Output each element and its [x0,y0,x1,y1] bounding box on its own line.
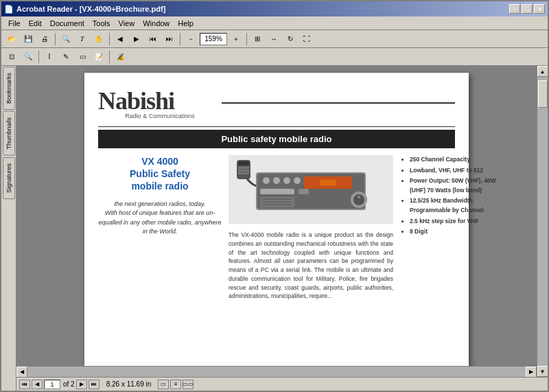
left-column: VX 4000 Public Safety mobile radio the n… [98,155,222,301]
print-button[interactable]: 🖨 [37,32,52,46]
spec-item-1: 250 Channel Capacity [410,155,496,165]
highlight-button[interactable]: ▭ [75,50,90,64]
status-bar: ⏮ ◀ of 2 ▶ ⏭ 8.26 x 11.69 in ▭ ≡ ▭▭ [16,377,548,391]
note-button[interactable]: 📝 [91,50,106,64]
separator-5 [38,51,39,63]
scroll-up-button[interactable]: ▲ [537,66,548,77]
svg-rect-5 [238,161,249,165]
open-button[interactable]: 📂 [4,32,19,46]
logo-area: Nabishi Radio & Communications [98,87,222,119]
horizontal-scrollbar: ◀ ▶ [16,366,537,377]
svg-rect-6 [238,167,249,169]
center-column: 8888 [229,155,393,301]
first-page-button[interactable]: ⏮ [145,32,161,46]
spec-item-3: Power Output: 50W (VHF), 40W (UHF) 70 Wa… [410,176,496,195]
facing-button[interactable]: ▭▭ [183,380,194,389]
scroll-left-button[interactable]: ◀ [16,367,27,378]
stamp-button[interactable]: 🔏 [113,50,128,64]
spec-item-5: 2.5 kHz step size for VHF [410,217,496,227]
hand-button[interactable]: ✋ [91,32,106,46]
signatures-tab[interactable]: Signatures [3,157,15,199]
spec-item-2: Lowband, VHF, UHF to 512 [410,166,496,176]
product-description: the next generation radios, today. With … [98,200,222,237]
product-body-text: The VX-4000 mobile radio is a unique pro… [229,231,393,301]
menu-file[interactable]: File [4,18,25,29]
page-total: of 2 [63,380,75,388]
find-button[interactable]: 🔍 [58,32,73,46]
last-page-nav-button[interactable]: ⏭ [89,380,100,389]
pdf-viewer: Nabishi Radio & Communications Public sa… [16,66,537,377]
specs-list: 250 Channel Capacity Lowband, VHF, UHF t… [400,155,496,237]
svg-point-17 [358,196,360,198]
spec-item-6: 8 Digit [410,227,496,237]
minimize-button[interactable]: ─ [509,4,520,14]
svg-point-9 [263,177,270,184]
svg-rect-14 [299,189,309,194]
text-select-button[interactable]: I [42,50,57,64]
svg-rect-13 [260,189,294,194]
scroll-down-button[interactable]: ▼ [537,366,548,377]
svg-point-11 [283,177,290,184]
h-scroll-track[interactable] [27,367,526,378]
svg-point-12 [294,177,301,184]
menu-window[interactable]: Window [139,18,174,29]
rotate-button[interactable]: ↻ [283,32,298,46]
menu-document[interactable]: Document [46,18,89,29]
menu-bar: File Edit Document Tools View Window Hel… [1,16,548,30]
header-divider [222,102,455,104]
continuous-button[interactable]: ≡ [170,380,181,389]
zoom-input[interactable] [200,33,227,45]
pdf-page: Nabishi Radio & Communications Public sa… [84,73,469,366]
svg-text:8888: 8888 [320,179,336,187]
toolbar-1: 📂 💾 🖨 🔍 𝑇 ✋ ◀ ▶ ⏮ ⏭ － ＋ ⊞ ↔ ↻ ⛶ [1,30,548,48]
maximize-button[interactable]: □ [522,4,533,14]
fit-page-button[interactable]: ⊞ [250,32,265,46]
fit-width-button[interactable]: ↔ [266,32,281,46]
svg-rect-7 [238,170,249,172]
thumbnails-tab[interactable]: Thumbnails [3,111,15,156]
separator-4 [246,33,247,45]
page-number-input[interactable] [44,380,60,389]
menu-help[interactable]: Help [174,18,198,29]
toolbar-2: ⊡ 🔍 I ✎ ▭ 📝 🔏 [1,48,548,66]
single-page-button[interactable]: ▭ [158,380,169,389]
next-page-button[interactable]: ▶ [129,32,144,46]
save-button[interactable]: 💾 [21,32,36,46]
zoom-select-button[interactable]: 🔍 [21,50,36,64]
menu-tools[interactable]: Tools [89,18,115,29]
title-bar: 📄 Acrobat Reader - [VX-4000+Brochure.pdf… [1,1,548,16]
pdf-scroll-area: Nabishi Radio & Communications Public sa… [16,66,537,366]
prev-page-button[interactable]: ◀ [113,32,128,46]
bookmarks-tab[interactable]: Bookmarks [3,67,15,110]
fullscreen-button[interactable]: ⛶ [299,32,314,46]
page-dimensions: 8.26 x 11.69 in [106,380,152,388]
main-window: 📄 Acrobat Reader - [VX-4000+Brochure.pdf… [0,0,549,392]
svg-rect-8 [238,172,249,174]
svg-point-10 [273,177,280,184]
view-mode-buttons: ▭ ≡ ▭▭ [158,380,194,389]
next-page-nav-button[interactable]: ▶ [76,380,87,389]
select-button[interactable]: 𝑇 [75,32,90,46]
page-navigation: ⏮ ◀ of 2 ▶ ⏭ [19,380,100,389]
vertical-scrollbar: ▲ ▼ [537,66,548,377]
close-button[interactable]: ✕ [534,4,545,14]
pdf-header: Nabishi Radio & Communications [98,87,455,119]
zoom-in-button[interactable]: ＋ [229,32,244,46]
app-icon: 📄 [4,5,14,14]
zoom-out-button[interactable]: － [183,32,198,46]
left-panel-tabs: Bookmarks Thumbnails Signatures [1,66,16,391]
prev-page-nav-button[interactable]: ◀ [32,380,43,389]
separator-2 [109,33,110,45]
last-page-button[interactable]: ⏭ [162,32,177,46]
right-column: 250 Channel Capacity Lowband, VHF, UHF t… [400,155,496,301]
separator-1 [55,33,56,45]
menu-edit[interactable]: Edit [25,18,46,29]
markup-button[interactable]: ✎ [58,50,73,64]
scroll-thumb[interactable] [538,80,548,108]
select-all-button[interactable]: ⊡ [4,50,19,64]
scroll-right-button[interactable]: ▶ [526,367,537,378]
pdf-body: VX 4000 Public Safety mobile radio the n… [98,155,455,301]
v-scroll-track[interactable] [537,77,548,366]
menu-view[interactable]: View [115,18,139,29]
first-page-nav-button[interactable]: ⏮ [19,380,30,389]
